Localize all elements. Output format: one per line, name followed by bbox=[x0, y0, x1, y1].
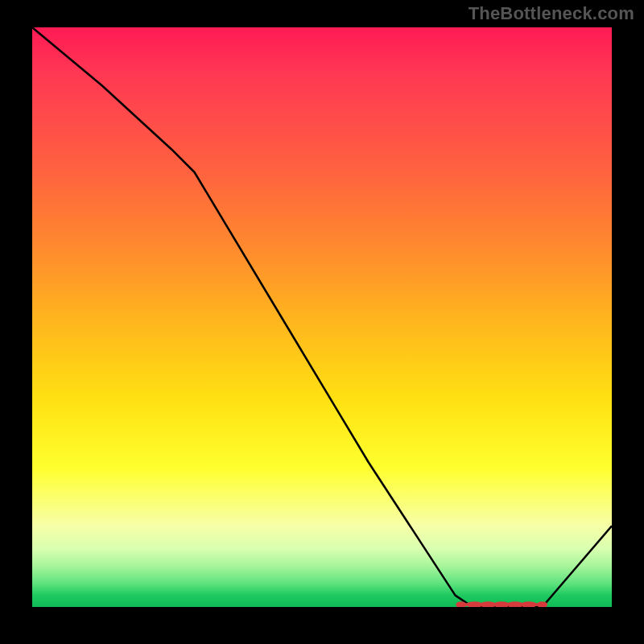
watermark-text: TheBottleneck.com bbox=[469, 3, 634, 24]
plot-area bbox=[32, 27, 612, 607]
optimal-band-markers bbox=[456, 601, 547, 607]
bottleneck-curve-path bbox=[32, 27, 612, 607]
chart-frame: TheBottleneck.com bbox=[0, 0, 644, 644]
curve-layer bbox=[32, 27, 612, 607]
optimal-marker bbox=[521, 601, 537, 607]
